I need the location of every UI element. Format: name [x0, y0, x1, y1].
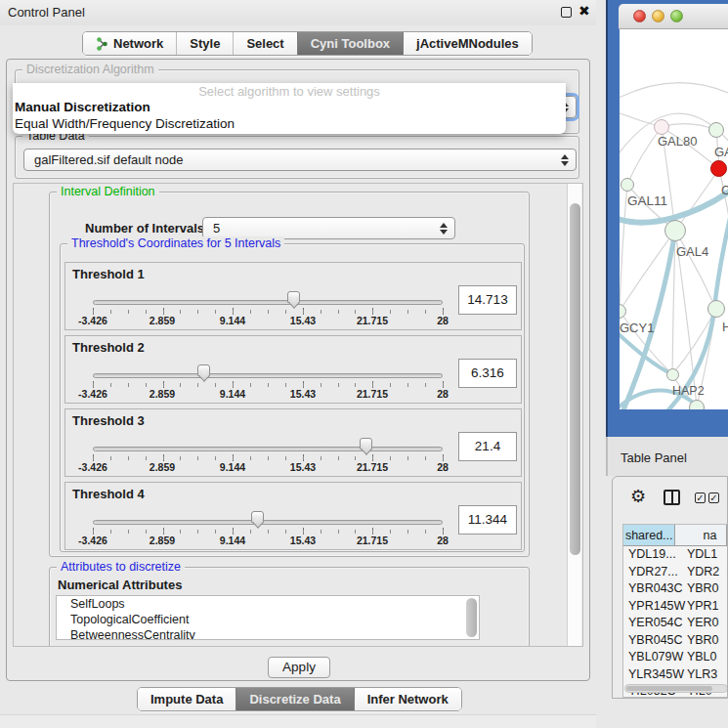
bottom-tab-bar: Impute Data Discretize Data Infer Networ…	[137, 687, 462, 711]
tab-jactivemnodules[interactable]: jActiveMNodules	[403, 32, 532, 55]
tab-label: Style	[190, 36, 220, 51]
node-table: shared... na YDL19...YDL1 YDR27...YDR2 Y…	[622, 524, 727, 698]
table-row[interactable]: YBL079WYBL0	[623, 649, 727, 666]
threshold-value-field[interactable]: 6.316	[458, 359, 517, 388]
tab-select[interactable]: Select	[233, 32, 296, 55]
list-item[interactable]: BetweennessCentrality	[57, 627, 479, 640]
network-node[interactable]	[708, 122, 724, 138]
scale-label: 21.715	[351, 388, 394, 400]
network-node[interactable]	[654, 119, 669, 135]
node-label: GA	[714, 145, 728, 159]
table-row[interactable]: YDL19...YDL1	[623, 546, 727, 564]
slider-minor-ticks	[93, 530, 444, 534]
close-traffic-light[interactable]	[633, 10, 646, 22]
minimize-traffic-light[interactable]	[652, 10, 664, 22]
tab-label: Impute Data	[150, 692, 223, 707]
thresholds-group-title: Threshold's Coordinates for 5 Intervals	[67, 236, 284, 250]
cell: YER0	[687, 615, 727, 632]
cyni-panel: Discretization Algorithm Select algorith…	[6, 59, 590, 681]
scale-label: 2.859	[141, 388, 184, 400]
table-row[interactable]: YLR345WYLR3	[623, 666, 727, 684]
threshold-1-box: Threshold 1 -3.426 2.859 9.144 15.43 21.…	[64, 262, 522, 330]
float-window-icon[interactable]	[561, 7, 572, 18]
network-node[interactable]	[666, 368, 679, 381]
table-toolbar: ⚙ ✓ ✓	[613, 477, 728, 520]
slider-track[interactable]	[93, 520, 443, 525]
thresholds-group: Threshold's Coordinates for 5 Intervals …	[60, 243, 525, 552]
network-node[interactable]	[621, 178, 634, 192]
scale-label: 15.43	[281, 315, 324, 326]
table-data-combobox[interactable]: galFiltered.sif default node	[23, 149, 577, 171]
dropdown-placeholder-item[interactable]: Select algorithm to view settings	[13, 83, 566, 100]
slider-thumb[interactable]	[251, 511, 264, 523]
scale-label: 21.715	[351, 461, 394, 473]
table-row[interactable]: YER054CYER0	[623, 615, 727, 632]
table-horizontal-scrollbar[interactable]	[624, 684, 727, 693]
scale-label: 2.859	[141, 315, 184, 326]
network-node-selected[interactable]	[710, 160, 727, 177]
threshold-4-box: Threshold 4 -3.426 2.859 9.144 15.43 21.…	[64, 482, 522, 550]
scale-label: 21.715	[351, 315, 394, 326]
gear-icon[interactable]: ⚙	[630, 486, 646, 507]
slider-track[interactable]	[93, 300, 443, 305]
table-row[interactable]: YPR145WYPR1	[623, 598, 727, 616]
tab-network[interactable]: Network	[83, 32, 176, 55]
table-row[interactable]: YBR045CYBR0	[623, 632, 727, 650]
tab-label: Select	[246, 36, 283, 51]
column-header-name[interactable]: na	[675, 525, 727, 545]
bottom-strip	[0, 714, 596, 728]
settings-scrollpane: Interval Definition Number of Intervals …	[13, 183, 583, 647]
scrollbar-thumb[interactable]	[570, 203, 580, 555]
num-intervals-label: Number of Intervals	[85, 221, 204, 236]
scale-label: 9.144	[211, 315, 254, 326]
tab-style[interactable]: Style	[176, 32, 233, 55]
scale-label: 28	[421, 535, 464, 546]
tab-label: Infer Network	[367, 692, 449, 707]
cell: YLR3	[687, 666, 727, 684]
network-node[interactable]	[707, 300, 725, 318]
scale-label: 15.43	[281, 388, 324, 400]
apply-button[interactable]: Apply	[268, 657, 330, 678]
attributes-list[interactable]: SelfLoops TopologicalCoefficient Between…	[56, 595, 480, 640]
network-window-titlebar	[619, 4, 728, 29]
scrollbar-thumb[interactable]	[626, 686, 712, 691]
threshold-3-box: Threshold 3 -3.426 2.859 9.144 15.43 21.…	[64, 408, 522, 477]
num-intervals-value: 5	[213, 221, 220, 236]
list-item[interactable]: TopologicalCoefficient	[57, 612, 479, 627]
columns-icon[interactable]	[664, 490, 680, 505]
network-node[interactable]	[664, 220, 686, 241]
checkbox-icon[interactable]: ✓	[695, 492, 706, 503]
zoom-traffic-light[interactable]	[670, 10, 683, 22]
threshold-value-field[interactable]: 11.344	[458, 505, 517, 535]
slider-thumb[interactable]	[360, 438, 372, 450]
list-scrollbar[interactable]	[466, 598, 477, 637]
slider-thumb[interactable]	[287, 291, 300, 303]
tab-discretize-data[interactable]: Discretize Data	[236, 688, 353, 710]
table-row[interactable]: YBR043CYBR0	[623, 580, 727, 598]
tab-label: Cyni Toolbox	[311, 36, 390, 51]
attributes-group-title: Attributes to discretize	[57, 560, 185, 574]
close-icon[interactable]: ✖	[578, 3, 590, 19]
node-label: GAL11	[627, 193, 667, 208]
dropdown-item-manual[interactable]: Manual Discretization	[13, 100, 566, 116]
table-header-row: shared... na	[623, 525, 727, 546]
slider-track[interactable]	[93, 447, 443, 451]
network-node[interactable]	[689, 400, 705, 409]
scale-label: 9.144	[211, 535, 254, 546]
slider-thumb[interactable]	[197, 364, 210, 376]
threshold-label: Threshold 2	[72, 340, 145, 355]
tab-infer-network[interactable]: Infer Network	[354, 688, 461, 710]
table-row[interactable]: YDR27...YDR2	[623, 564, 727, 581]
threshold-value-field[interactable]: 21.4	[458, 432, 517, 461]
tab-label: Network	[113, 36, 163, 51]
list-item[interactable]: SelfLoops	[57, 596, 479, 612]
column-header-shared-name[interactable]: shared...	[623, 525, 675, 545]
threshold-value-field[interactable]: 14.713	[458, 285, 517, 315]
tab-cyni-toolbox[interactable]: Cyni Toolbox	[297, 32, 403, 55]
network-canvas[interactable]: GAL80 GA GAL11 C GAL4 GCY1 H HAP2	[620, 29, 728, 409]
tab-impute-data[interactable]: Impute Data	[138, 688, 236, 710]
dropdown-item-equal-width[interactable]: Equal Width/Frequency Discretization	[13, 116, 566, 133]
settings-scrollbar[interactable]	[567, 184, 581, 646]
slider-track[interactable]	[93, 373, 443, 378]
checkbox-icon[interactable]: ✓	[708, 492, 719, 503]
